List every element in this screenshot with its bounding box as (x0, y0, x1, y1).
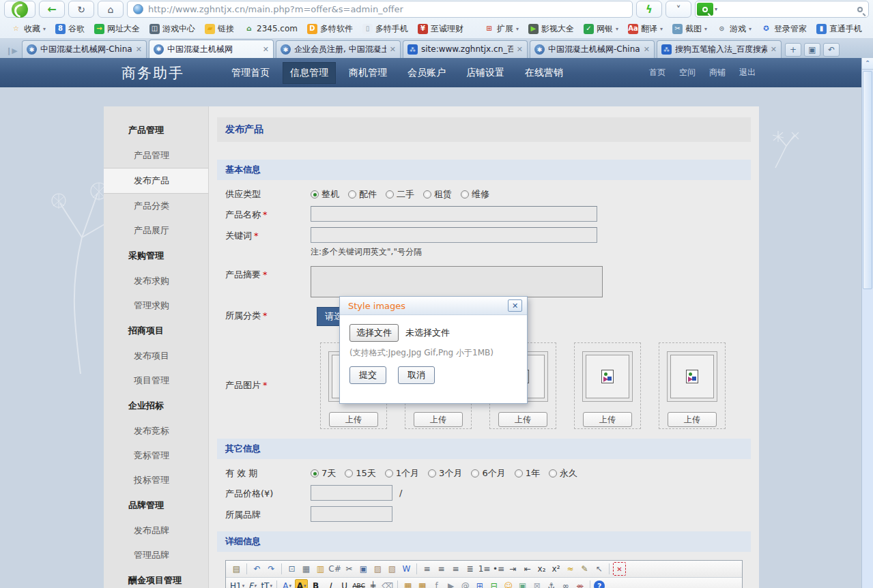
nav-link-空间[interactable]: 空间 (679, 67, 696, 78)
sidebar-item-管理品牌[interactable]: 管理品牌 (104, 543, 208, 568)
browser-tab[interactable]: ⁂搜狗五笔输入法_百度搜索✕ (657, 40, 782, 58)
browser-tab[interactable]: ✱中国混凝土机械网✕ (149, 40, 274, 58)
cancel-button[interactable]: 取消 (398, 366, 435, 384)
horizontal-rule-icon[interactable]: ⊟ (487, 579, 500, 588)
align-center-icon[interactable]: ≡ (435, 562, 448, 576)
quick-search[interactable]: ▾ (695, 1, 869, 18)
bookmark-item[interactable]: ▰链接 (201, 21, 238, 37)
bookmark-item[interactable]: ▯多特手机 (358, 21, 412, 37)
sidebar-item-发布项目[interactable]: 发布项目 (104, 344, 208, 368)
toolbar-item[interactable]: ▶影视大全 (524, 21, 578, 37)
insert-image-icon[interactable]: ▦ (401, 579, 414, 588)
highlight-color-icon[interactable]: A▾ (295, 579, 308, 588)
redo-icon[interactable]: ↷ (265, 562, 278, 576)
summary-textarea[interactable] (311, 266, 603, 297)
toolbar-item[interactable]: ✓网银▾ (579, 21, 622, 37)
upload-button[interactable]: 上传 (414, 412, 463, 427)
media-icon[interactable]: ▶ (444, 579, 457, 588)
radio-icon[interactable] (386, 190, 394, 199)
font-color-icon[interactable]: A▾ (281, 579, 294, 588)
tab-close-icon[interactable]: ✕ (644, 45, 650, 54)
preview-icon[interactable]: ⊡ (285, 562, 298, 576)
toolbar-item[interactable]: ⊞扩展▾ (480, 21, 523, 37)
accelerate-button[interactable]: ϟ (636, 1, 662, 18)
radio-icon[interactable] (385, 469, 393, 477)
upload-button[interactable]: 上传 (668, 412, 717, 427)
edit-note-icon[interactable]: ✎ (578, 562, 591, 576)
ordered-list-icon[interactable]: 1≡ (478, 562, 491, 576)
nav-item-在线营销[interactable]: 在线营销 (517, 62, 571, 84)
toolbar-item[interactable]: ✪登录管家 (757, 21, 811, 37)
bookmark-item[interactable]: ⌂2345.com (240, 22, 302, 36)
select-cursor-icon[interactable]: ↖ (592, 562, 605, 576)
table-icon[interactable]: ⊞ (473, 579, 486, 588)
radio-icon[interactable] (311, 190, 319, 199)
supply-type-option[interactable]: 二手 (386, 188, 414, 201)
source-code-icon[interactable]: C# (328, 562, 341, 576)
price-input[interactable] (311, 485, 392, 501)
sidebar-item-发布产品[interactable]: 发布产品 (104, 168, 208, 194)
upload-button[interactable]: 上传 (498, 412, 547, 427)
border-lines-icon[interactable]: ╪ (367, 579, 380, 588)
nav-item-会员账户[interactable]: 会员账户 (400, 62, 453, 84)
radio-icon[interactable] (461, 190, 469, 199)
toolbar-item[interactable]: Aa翻译▾ (624, 21, 667, 37)
new-tab-button[interactable]: + (785, 43, 801, 57)
upload-button[interactable]: 上传 (329, 412, 378, 427)
tab-close-icon[interactable]: ✕ (390, 45, 396, 54)
eraser-icon[interactable]: ⌫ (381, 579, 394, 588)
search-engine-button[interactable] (697, 3, 713, 16)
font-size-icon[interactable]: tT▾ (260, 579, 273, 588)
nav-item-商机管理[interactable]: 商机管理 (341, 62, 395, 84)
tab-scroll-icon[interactable]: ❙▶ (1, 43, 22, 58)
attachment-icon[interactable]: @ (459, 579, 472, 588)
maximize-icon[interactable]: ✕ (613, 562, 626, 576)
radio-icon[interactable] (348, 190, 356, 199)
nav-link-退出[interactable]: 退出 (739, 67, 756, 78)
clean-format-brush-icon[interactable]: ≈ (564, 562, 577, 576)
font-family-icon[interactable]: F▾ (246, 579, 259, 588)
browser-logo-button[interactable] (4, 1, 35, 18)
picture-icon[interactable]: ▣ (516, 579, 529, 588)
url-text[interactable]: http://www.zghntjx.cn/main.php?m=offer&s… (148, 4, 403, 14)
bookmark-item[interactable]: 8谷歌 (51, 21, 89, 37)
tab-close-icon[interactable]: ✕ (136, 45, 142, 54)
modal-header[interactable]: Style images ✕ (340, 297, 527, 315)
paste-icon[interactable]: ▨ (371, 562, 384, 576)
validity-option[interactable]: 1年 (515, 467, 540, 480)
toolbar-item[interactable]: ▮直通手机 (812, 21, 866, 37)
print-icon[interactable]: ▦ (300, 562, 313, 576)
sidebar-item-发布品牌[interactable]: 发布品牌 (104, 518, 208, 543)
scrollbar-thumb[interactable] (863, 71, 872, 289)
nav-item-信息管理[interactable]: 信息管理 (283, 62, 336, 84)
save-image-icon[interactable]: ⊠ (530, 579, 543, 588)
radio-icon[interactable] (471, 469, 479, 477)
bullet-list-icon[interactable]: •≡ (492, 562, 505, 576)
scroll-up-arrow[interactable]: ⌃ (862, 58, 873, 70)
radio-icon[interactable] (428, 469, 436, 477)
paste-word-icon[interactable]: W (400, 562, 413, 576)
bookmark-item[interactable]: →网址大全 (90, 21, 144, 37)
radio-icon[interactable] (549, 469, 557, 477)
cut-icon[interactable]: ✂ (343, 562, 356, 576)
heading-icon[interactable]: H1▾ (230, 579, 244, 588)
align-left-icon[interactable]: ≡ (420, 562, 433, 576)
insert-images-icon[interactable]: ▦ (416, 579, 429, 588)
page-scrollbar[interactable]: ⌃ (861, 58, 873, 588)
strikethrough-icon[interactable]: ABC (352, 579, 365, 588)
bookmark-item[interactable]: ☆收藏▾ (7, 21, 50, 37)
address-bar[interactable]: http://www.zghntjx.cn/main.php?m=offer&s… (127, 1, 633, 18)
supply-type-option[interactable]: 维修 (461, 188, 489, 201)
sidebar-item-项目管理[interactable]: 项目管理 (104, 368, 208, 393)
paste-text-icon[interactable]: ▧ (386, 562, 399, 576)
nav-item-店铺设置[interactable]: 店铺设置 (459, 62, 512, 84)
radio-icon[interactable] (515, 469, 523, 477)
flash-icon[interactable]: ƒ (430, 579, 443, 588)
paste-note-icon[interactable]: ▤ (230, 562, 243, 576)
validity-option[interactable]: 3个月 (428, 467, 462, 480)
radio-icon[interactable] (345, 469, 353, 477)
outdent-icon[interactable]: ⇤ (521, 562, 534, 576)
nav-link-首页[interactable]: 首页 (649, 67, 666, 78)
link-icon[interactable]: ∞ (559, 579, 572, 588)
toolbar-item[interactable]: ⊙游戏▾ (713, 21, 756, 37)
